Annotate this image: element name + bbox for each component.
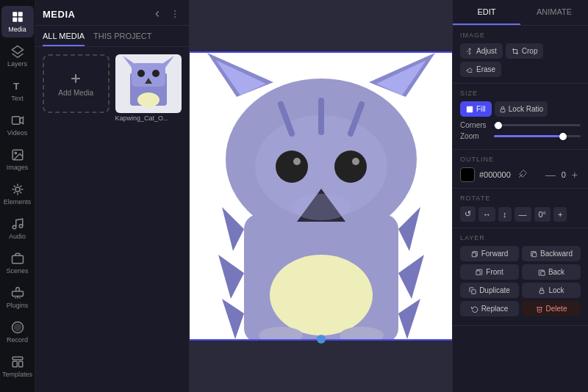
media-panel: MEDIA ALL MEDIA THIS PROJECT Add Media [35, 0, 190, 392]
rotate-controls: ↺ ↔ ↕ — 0° + [460, 206, 581, 222]
erase-button[interactable]: Erase [460, 62, 501, 77]
media-panel-title: MEDIA [43, 9, 75, 20]
backward-button[interactable]: Backward [522, 246, 581, 261]
media-grid: Add Media [35, 47, 189, 129]
cat-illustration [190, 53, 452, 339]
outline-decrease-button[interactable]: — [542, 168, 559, 181]
svg-point-57 [270, 255, 373, 335]
right-panel-tabs: EDIT ANIMATE [453, 0, 588, 26]
duplicate-button[interactable]: Duplicate [460, 283, 519, 298]
layer-order-row: Forward Backward [460, 246, 581, 261]
layer-dup-lock-row: Duplicate Lock [460, 283, 581, 298]
zoom-slider[interactable] [494, 135, 581, 137]
tab-all-media[interactable]: ALL MEDIA [43, 32, 85, 46]
svg-point-33 [137, 92, 159, 107]
svg-rect-2 [12, 18, 17, 22]
svg-rect-14 [12, 291, 23, 297]
collapse-panel-button[interactable] [151, 7, 164, 21]
rotate-ccw-button[interactable]: ↺ [460, 206, 476, 222]
sidebar-item-scenes[interactable]: Scenes [1, 247, 34, 279]
svg-marker-7 [20, 117, 24, 124]
adjust-button[interactable]: Adjust [460, 43, 503, 59]
lock-button[interactable]: Lock [522, 283, 581, 298]
flip-h-button[interactable]: ↔ [478, 207, 495, 222]
back-button[interactable]: Back [522, 264, 581, 280]
outline-color-swatch[interactable] [460, 167, 475, 182]
corners-slider[interactable] [494, 124, 581, 126]
more-options-button[interactable] [168, 7, 182, 21]
add-media-button[interactable]: Add Media [43, 54, 110, 113]
outline-controls: — 0 + [542, 168, 581, 181]
image-buttons: Adjust Crop Erase [460, 43, 581, 77]
outline-section: OUTLINE #000000 — 0 + [453, 150, 588, 189]
svg-point-15 [14, 324, 21, 331]
outline-increase-button[interactable]: + [569, 168, 581, 181]
main-canvas [190, 0, 452, 392]
svg-point-21 [174, 13, 176, 15]
sidebar-item-record[interactable]: Record [1, 316, 34, 348]
svg-text:T: T [13, 81, 20, 92]
svg-point-20 [174, 10, 176, 12]
rotate-increase-button[interactable]: + [553, 207, 567, 222]
svg-point-47 [293, 158, 301, 165]
svg-rect-1 [18, 12, 22, 16]
sidebar-item-videos[interactable]: Videos [1, 109, 34, 141]
sidebar-item-images[interactable]: Images [1, 144, 34, 175]
flip-v-button[interactable]: ↕ [498, 207, 512, 222]
rotate-decrease-button[interactable]: — [514, 207, 531, 222]
svg-point-11 [12, 225, 16, 229]
image-section: IMAGE Adjust Crop Erase [453, 26, 588, 84]
crop-button[interactable]: Crop [506, 43, 544, 59]
eyedropper-button[interactable] [515, 168, 530, 181]
tab-animate[interactable]: ANIMATE [520, 0, 588, 25]
tab-this-project[interactable]: THIS PROJECT [93, 32, 151, 46]
replace-button[interactable]: Replace [460, 301, 519, 316]
left-sidebar: Media Layers T Text Videos Images Elemen… [0, 0, 35, 392]
fill-button[interactable]: Fill [460, 101, 492, 117]
outline-color-value: #000000 [479, 170, 511, 179]
svg-rect-63 [532, 253, 536, 256]
svg-point-45 [276, 150, 308, 183]
svg-rect-67 [540, 290, 545, 293]
canvas-frame[interactable] [190, 53, 452, 339]
svg-rect-18 [12, 361, 17, 367]
layer-front-back-row: Front Back [460, 264, 581, 280]
sidebar-item-plugins[interactable]: Plugins [1, 282, 34, 313]
media-item[interactable]: Kapwing_Cat_O... [115, 54, 182, 122]
sidebar-item-audio[interactable]: Audio [1, 213, 34, 244]
forward-button[interactable]: Forward [460, 246, 519, 261]
svg-rect-62 [472, 253, 476, 256]
handle-bottom-center[interactable] [317, 335, 326, 344]
sidebar-item-media[interactable]: Media [1, 6, 34, 37]
media-item-label: Kapwing_Cat_O... [115, 115, 182, 122]
outline-number-value: 0 [562, 170, 566, 179]
svg-point-50 [292, 194, 351, 220]
rotate-value-button[interactable]: 0° [534, 207, 551, 222]
svg-point-30 [137, 70, 145, 77]
sidebar-item-templates[interactable]: Templates [1, 351, 34, 382]
front-button[interactable]: Front [460, 264, 519, 280]
media-tabs: ALL MEDIA THIS PROJECT [35, 26, 189, 47]
outline-row: #000000 — 0 + [460, 167, 581, 182]
sidebar-item-elements[interactable]: Elements [1, 178, 34, 210]
svg-point-9 [15, 152, 16, 153]
delete-button[interactable]: Delete [522, 301, 581, 316]
svg-point-31 [152, 70, 159, 77]
size-section: SIZE Fill Lock Ratio Corners Zoom [453, 84, 588, 150]
image-section-label: IMAGE [460, 32, 581, 39]
lock-ratio-button[interactable]: Lock Ratio [495, 101, 548, 117]
svg-rect-19 [18, 361, 22, 367]
sidebar-item-layers[interactable]: Layers [1, 40, 34, 72]
sidebar-item-text[interactable]: T Text [1, 75, 34, 106]
outline-section-label: OUTLINE [460, 156, 581, 163]
corners-label: Corners [460, 121, 490, 129]
svg-rect-6 [12, 117, 20, 125]
svg-rect-0 [12, 12, 17, 16]
svg-point-22 [174, 16, 176, 18]
svg-rect-65 [541, 271, 545, 275]
svg-point-48 [352, 158, 359, 165]
svg-point-46 [334, 150, 367, 183]
tab-edit[interactable]: EDIT [453, 0, 520, 25]
media-panel-actions [151, 7, 182, 21]
svg-rect-66 [472, 289, 476, 293]
